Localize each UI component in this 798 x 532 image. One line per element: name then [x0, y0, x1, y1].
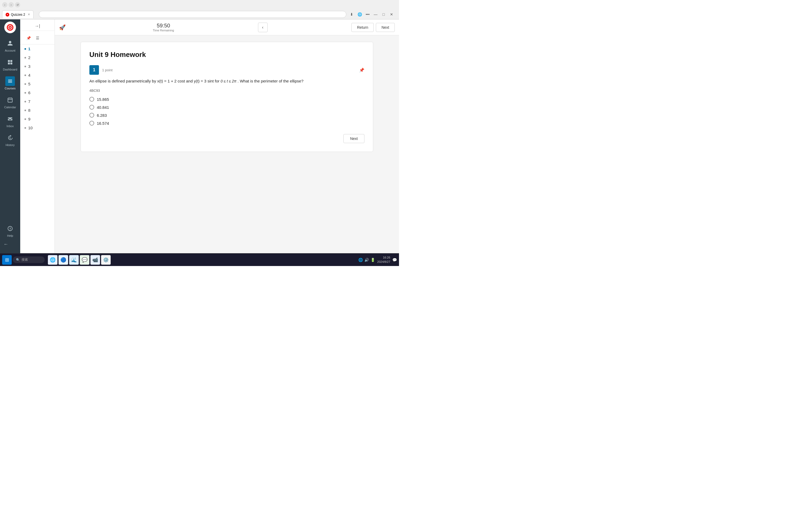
question-header: 1 1 point 📌 — [89, 65, 364, 75]
nav-dot-2 — [24, 57, 26, 58]
account-label: Account — [5, 49, 15, 52]
radio-b[interactable] — [89, 105, 94, 110]
answer-option-a[interactable]: 15.865 — [89, 97, 364, 101]
network-icon[interactable]: 🌐 — [358, 258, 363, 262]
quiz-nav-item-5[interactable]: 5 — [20, 79, 55, 88]
courses-label: Courses — [5, 87, 16, 90]
start-button[interactable]: ⊞ — [2, 255, 12, 265]
courses-icon-wrap — [5, 76, 15, 86]
taskbar-clock: 16:26 2024/8/27 — [377, 255, 390, 264]
quiz-nav-item-7[interactable]: 7 — [20, 97, 55, 106]
sidebar-item-calendar[interactable]: Calendar — [1, 93, 19, 111]
question-points: 1 point — [102, 68, 113, 72]
nav-num-5: 5 — [28, 82, 30, 86]
rocket-icon: 🚀 — [59, 24, 66, 31]
svg-rect-5 — [8, 62, 10, 64]
answer-option-b[interactable]: 40.841 — [89, 105, 364, 110]
radio-d[interactable] — [89, 121, 94, 126]
more-icon[interactable]: ••• — [364, 11, 371, 18]
battery-icon[interactable]: 🔋 — [370, 258, 375, 262]
nav-num-4: 4 — [28, 73, 30, 77]
answer-text-c: 6.283 — [97, 113, 107, 118]
help-icon: ? — [7, 226, 13, 231]
calendar-label: Calendar — [4, 106, 16, 109]
chrome-app[interactable]: 🌐 — [48, 255, 57, 265]
history-icon-wrap — [5, 133, 15, 142]
nav-num-7: 7 — [28, 99, 30, 104]
return-button[interactable]: Return — [352, 23, 374, 32]
radio-a[interactable] — [89, 97, 94, 101]
nav-dot-1 — [24, 48, 26, 50]
back-nav-button[interactable]: ‹ — [258, 23, 268, 32]
quiz-nav-item-3[interactable]: 3 — [20, 62, 55, 71]
quiz-title: Unit 9 Homework — [89, 51, 364, 59]
radio-c[interactable] — [89, 113, 94, 118]
question-number-badge: 1 — [89, 65, 99, 75]
sidebar-item-help[interactable]: ? Help — [1, 222, 19, 240]
forward-button[interactable]: › — [8, 2, 14, 7]
quiz-nav-item-1[interactable]: 1 — [20, 44, 55, 53]
quiz-nav-item-9[interactable]: 9 — [20, 115, 55, 124]
question-text-main: An ellipse is defined parametrically by … — [89, 79, 220, 83]
pin-question-icon[interactable]: 📌 — [359, 68, 364, 73]
pin-nav-btn[interactable]: 📌 — [24, 34, 33, 42]
edge-app[interactable]: 🔵 — [58, 255, 68, 265]
close-window-icon[interactable]: ✕ — [388, 11, 395, 18]
notification-icon[interactable]: 💬 — [392, 258, 397, 262]
sidebar-item-account[interactable]: Account — [1, 36, 19, 54]
taskbar-right: 🌐 🔊 🔋 16:26 2024/8/27 💬 — [358, 255, 397, 264]
sidebar-item-history[interactable]: History — [1, 131, 19, 149]
clock-date: 2024/8/27 — [377, 260, 390, 264]
quiz-nav-item-8[interactable]: 8 — [20, 106, 55, 115]
help-label: Help — [7, 234, 13, 237]
account-icon — [7, 40, 13, 46]
sys-icons: 🌐 🔊 🔋 — [358, 258, 375, 262]
quiz-nav-item-2[interactable]: 2 — [20, 53, 55, 62]
download-icon[interactable]: ⬇ — [348, 11, 355, 18]
settings-app[interactable]: ⚙️ — [101, 255, 111, 265]
meeting-app[interactable]: 📹 — [91, 255, 100, 265]
history-icon — [7, 135, 13, 141]
quiz-nav-item-4[interactable]: 4 — [20, 71, 55, 79]
history-label: History — [5, 144, 15, 147]
next-button-card[interactable]: Next — [343, 134, 364, 143]
volume-icon[interactable]: 🔊 — [364, 258, 369, 262]
quiz-nav-item-10[interactable]: 10 — [20, 124, 55, 132]
nav-dot-7 — [24, 101, 26, 102]
quiz-nav-item-6[interactable]: 6 — [20, 88, 55, 97]
question-text-suffix: . What is the perimeter of the ellipse? — [238, 79, 304, 83]
nav-num-2: 2 — [28, 55, 30, 60]
svg-rect-4 — [11, 60, 12, 62]
quiz-nav-panel: →| 📌 ☰ 1 2 3 4 5 6 — [20, 19, 55, 253]
sidebar-item-inbox[interactable]: Inbox — [1, 112, 19, 130]
refresh-button[interactable]: ↺ — [15, 2, 20, 7]
wechat-app[interactable]: 💬 — [80, 255, 89, 265]
timer-label: Time Remaining — [153, 29, 174, 32]
dashboard-icon-wrap — [5, 57, 15, 67]
sidebar-collapse-btn[interactable]: ← — [1, 240, 11, 249]
tab-close[interactable]: ✕ — [28, 13, 30, 16]
nav-dot-10 — [24, 127, 26, 129]
quiz-content-area: Unit 9 Homework 1 1 point 📌 An ellipse i… — [55, 35, 399, 253]
globe-icon[interactable]: 🌐 — [357, 11, 363, 18]
answer-text-b: 40.841 — [97, 105, 109, 110]
sidebar-item-dashboard[interactable]: Dashboard — [1, 55, 19, 73]
minimize-icon[interactable]: — — [373, 11, 379, 18]
taskbar-search[interactable]: 🔍 搜索 — [13, 256, 45, 263]
sidebar-item-courses[interactable]: Courses — [1, 74, 19, 92]
url-bar[interactable] — [39, 11, 346, 18]
inbox-label: Inbox — [7, 125, 14, 128]
svg-rect-3 — [8, 60, 10, 62]
maximize-icon[interactable]: □ — [380, 11, 387, 18]
help-icon-wrap: ? — [5, 224, 15, 233]
next-button-header[interactable]: Next — [376, 23, 395, 32]
ms-edge-app[interactable]: 🌊 — [69, 255, 79, 265]
browser-tab[interactable]: ● Quizzes 2 ✕ — [2, 11, 34, 18]
back-button[interactable]: ‹ — [2, 2, 7, 7]
sidebar-bottom: ? Help ← — [1, 222, 19, 251]
answer-option-d[interactable]: 16.574 — [89, 121, 364, 126]
nav-toggle[interactable]: →| — [20, 22, 55, 31]
nav-num-6: 6 — [28, 91, 30, 95]
answer-option-c[interactable]: 6.283 — [89, 113, 364, 118]
list-nav-btn[interactable]: ☰ — [34, 34, 41, 42]
